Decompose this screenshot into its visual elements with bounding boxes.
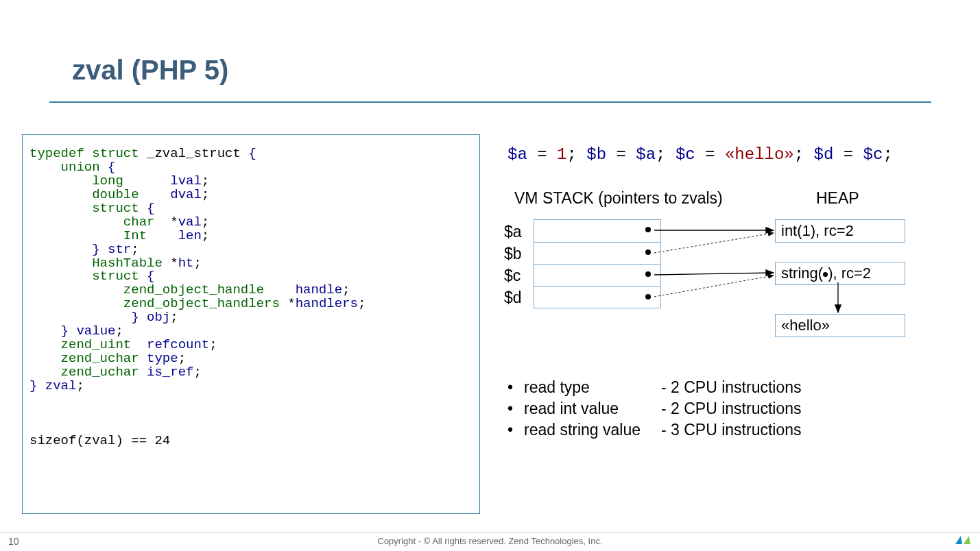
pointer-dot-icon	[645, 227, 651, 232]
bullet-row: •read type- 2 CPU instructions	[507, 377, 802, 398]
code-name: str	[108, 242, 131, 257]
heap-label: HEAP	[816, 189, 859, 208]
pointer-dot-icon	[645, 294, 651, 299]
code-name: {	[147, 201, 154, 216]
stack-row-a	[534, 220, 660, 243]
code-name: }	[29, 378, 45, 393]
code-text: ;	[170, 310, 178, 325]
semi: ;	[794, 145, 814, 164]
code-name: dval	[170, 187, 202, 202]
var-c-ref: $c	[863, 145, 883, 164]
arrow-b-to-int	[654, 233, 774, 253]
code-text: *	[170, 215, 178, 230]
semi: ;	[656, 145, 676, 164]
eq: =	[606, 145, 636, 164]
code-name: is_ref	[147, 365, 193, 380]
code-name: lval	[170, 173, 202, 188]
code-name: value	[76, 323, 115, 339]
heap-int-box: int(1), rc=2	[775, 219, 905, 243]
code-text: ;	[193, 365, 201, 380]
eq: =	[833, 145, 863, 164]
code-text: ;	[193, 256, 201, 271]
stack-row-c	[534, 265, 660, 287]
var-label-b: $b	[504, 243, 522, 265]
code-text: *	[287, 296, 295, 311]
bullet-left: read int value	[524, 398, 661, 419]
code-name: }	[29, 323, 76, 339]
code-name: {	[147, 269, 154, 284]
code-text: ;	[358, 296, 366, 311]
literal-hello: «hello»	[725, 145, 794, 164]
code-sizeof: sizeof(zval) == 24	[29, 433, 170, 448]
heap-hello-box: «hello»	[775, 314, 905, 337]
code-name: obj	[147, 310, 170, 325]
php-assignment-line: $a = 1; $b = $a; $c = «hello»; $d = $c;	[507, 145, 893, 164]
semi-end: ;	[883, 145, 892, 164]
title-divider	[49, 101, 931, 103]
slide-title: zval (PHP 5)	[72, 55, 228, 86]
var-label-d: $d	[504, 286, 522, 308]
slide: zval (PHP 5) typedef struct _zval_struct…	[0, 0, 980, 551]
code-name: }	[29, 310, 147, 325]
bullet-icon: •	[507, 398, 524, 419]
var-c: $c	[676, 145, 695, 164]
code-keyword: typedef	[29, 146, 84, 161]
code-text: *	[170, 256, 178, 271]
bullet-right: - 3 CPU instructions	[661, 419, 802, 441]
code-text: ;	[342, 282, 350, 297]
var-b: $b	[586, 145, 606, 164]
code-keyword: struct	[29, 201, 147, 216]
svg-marker-1	[955, 536, 962, 544]
bullet-right: - 2 CPU instructions	[661, 398, 802, 419]
code-keyword: Int	[29, 228, 170, 243]
code-keyword: long	[29, 173, 170, 188]
code-text: ;	[209, 337, 217, 352]
code-name: handlers	[296, 296, 358, 311]
eq: =	[695, 145, 725, 164]
code-keyword: zend_uchar	[29, 365, 147, 380]
code-keyword: zend_object_handlers	[29, 296, 287, 311]
code-name: val	[178, 215, 202, 230]
var-label-c: $c	[504, 265, 522, 286]
code-name: handle	[287, 282, 342, 297]
bullet-left: read type	[524, 377, 661, 398]
code-text: ;	[202, 215, 209, 230]
code-name: ht	[178, 256, 194, 271]
copyright-text: Copyright - © All rights reserved. Zend …	[0, 536, 980, 546]
heap-string-prefix: string(	[781, 265, 823, 282]
var-column: $a $b $c $d	[504, 221, 522, 308]
cpu-bullets: •read type- 2 CPU instructions •read int…	[507, 377, 802, 441]
code-keyword: char	[29, 215, 170, 230]
code-text: ;	[178, 351, 186, 366]
bullet-row: •read int value- 2 CPU instructions	[507, 398, 802, 419]
svg-marker-2	[964, 536, 970, 544]
code-keyword: zend_uchar	[29, 351, 147, 366]
bullet-left: read string value	[524, 419, 661, 441]
heap-string-suffix: ), rc=2	[828, 265, 871, 282]
code-keyword: union	[29, 160, 108, 175]
code-name: len	[170, 228, 202, 243]
stack-row-d	[534, 287, 660, 310]
heap-string-box: string(), rc=2	[775, 262, 905, 285]
bullet-icon: •	[507, 377, 524, 398]
bullet-row: •read string value- 3 CPU instructions	[507, 419, 802, 441]
code-text: _zval_struct	[139, 146, 249, 161]
stack-row-b	[534, 243, 660, 265]
code-name: type	[147, 351, 178, 366]
semi: ;	[566, 145, 586, 164]
code-text: ;	[131, 242, 139, 257]
pointer-dot-icon	[645, 249, 651, 255]
code-name: refcount	[147, 337, 209, 352]
code-text: ;	[202, 173, 209, 188]
bullet-right: - 2 CPU instructions	[661, 377, 802, 398]
code-name: }	[29, 242, 108, 257]
var-a: $a	[507, 145, 527, 164]
code-text: ;	[202, 187, 209, 202]
memory-diagram: VM STACK (pointers to zvals) HEAP $a $b …	[501, 180, 946, 358]
literal-one: 1	[557, 145, 566, 164]
code-name: {	[108, 160, 115, 175]
code-name: zval	[45, 378, 77, 393]
code-keyword: HashTable	[29, 256, 170, 271]
var-label-a: $a	[504, 221, 522, 243]
code-block: typedef struct _zval_struct { union { lo…	[22, 134, 480, 514]
